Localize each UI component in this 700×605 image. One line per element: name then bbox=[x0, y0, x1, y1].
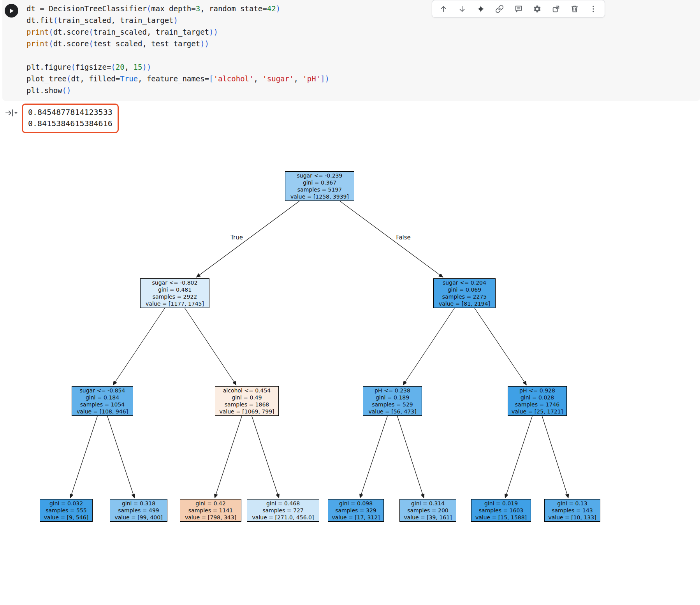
cell-output-text: 0.84548778141235330.8415384615384616 bbox=[22, 104, 119, 133]
code-line[interactable]: plt.show() bbox=[26, 84, 692, 96]
tree-node-line: value = [1258, 3939] bbox=[290, 193, 349, 200]
tree-node-lrr: gini = 0.468samples = 727value = [271.0,… bbox=[247, 499, 319, 522]
code-line[interactable] bbox=[26, 49, 692, 61]
run-cell-button[interactable] bbox=[5, 4, 18, 18]
tree-edge bbox=[505, 416, 533, 498]
code-line[interactable]: plt.figure(figsize=(20, 15)) bbox=[26, 61, 692, 73]
tree-edge bbox=[403, 308, 454, 385]
tree-node-line: samples = 2275 bbox=[442, 293, 487, 300]
tree-node-line: value = [81, 2194] bbox=[439, 300, 490, 307]
tree-node-line: samples = 1603 bbox=[479, 507, 523, 514]
tree-node-rl: pH <= 0.238gini = 0.189samples = 529valu… bbox=[363, 386, 422, 416]
cell-toolbar bbox=[432, 0, 605, 18]
tree-node-line: value = [271.0, 456.0] bbox=[252, 514, 314, 521]
tree-edge bbox=[70, 416, 98, 498]
tree-node-line: gini = 0.032 bbox=[49, 500, 83, 507]
tree-node-line: value = [17, 312] bbox=[332, 514, 380, 521]
more-options-icon[interactable] bbox=[587, 3, 599, 15]
editor-settings-icon[interactable] bbox=[531, 3, 543, 15]
tree-edge bbox=[215, 416, 242, 498]
code-line[interactable]: print(dt.score(test_scaled, test_target)… bbox=[26, 38, 692, 49]
tree-node-line: samples = 143 bbox=[552, 507, 593, 514]
tree-node-line: gini = 0.028 bbox=[521, 394, 554, 401]
delete-cell-icon[interactable] bbox=[569, 3, 580, 15]
tree-node-line: samples = 5197 bbox=[297, 186, 342, 193]
tree-node-line: gini = 0.019 bbox=[484, 500, 518, 507]
tree-node-line: pH <= 0.928 bbox=[519, 387, 555, 394]
output-line: 0.8454877814123533 bbox=[28, 107, 113, 118]
tree-node-line: gini = 0.481 bbox=[158, 286, 192, 293]
tree-edge bbox=[107, 416, 135, 498]
tree-edge bbox=[185, 308, 236, 385]
notebook-page: dt = DecisionTreeClassifier(max_depth=3,… bbox=[0, 0, 700, 605]
tree-edge bbox=[252, 416, 279, 498]
tree-edge bbox=[339, 201, 443, 277]
tree-node-line: sugar <= 0.204 bbox=[443, 279, 486, 286]
tree-node-line: gini = 0.13 bbox=[557, 500, 587, 507]
mirror-cell-tab-icon[interactable] bbox=[550, 3, 562, 15]
tree-node-line: samples = 200 bbox=[407, 507, 448, 514]
tree-node-line: samples = 329 bbox=[335, 507, 376, 514]
tree-node-line: gini = 0.468 bbox=[266, 500, 300, 507]
tree-node-line: samples = 727 bbox=[262, 507, 304, 514]
tree-node-llr: gini = 0.318samples = 499value = [99, 40… bbox=[110, 499, 167, 522]
tree-node-ll: sugar <= -0.854gini = 0.184samples = 105… bbox=[72, 386, 133, 416]
tree-node-line: gini = 0.318 bbox=[122, 500, 155, 507]
tree-node-line: sugar <= -0.239 bbox=[297, 172, 343, 179]
copy-link-icon[interactable] bbox=[494, 3, 505, 15]
tree-node-r: sugar <= 0.204gini = 0.069samples = 2275… bbox=[433, 278, 496, 308]
tree-node-line: alcohol <= 0.454 bbox=[223, 387, 271, 394]
tree-node-line: sugar <= -0.802 bbox=[152, 279, 198, 286]
tree-node-rrl: gini = 0.019samples = 1603value = [15, 1… bbox=[471, 499, 531, 522]
code-line[interactable]: plot_tree(dt, filled=True, feature_names… bbox=[26, 73, 692, 84]
cell-output-icon[interactable] bbox=[5, 107, 19, 118]
tree-node-line: gini = 0.49 bbox=[232, 394, 262, 401]
tree-node-line: value = [99, 400] bbox=[114, 514, 162, 521]
code-line[interactable]: print(dt.score(train_scaled, train_targe… bbox=[26, 26, 692, 38]
tree-node-line: samples = 1868 bbox=[225, 401, 269, 408]
output-line: 0.8415384615384616 bbox=[28, 118, 113, 129]
tree-node-lll: gini = 0.032samples = 555value = [9, 546… bbox=[40, 499, 93, 522]
tree-node-root: sugar <= -0.239gini = 0.367samples = 519… bbox=[285, 171, 354, 201]
tree-node-line: samples = 1141 bbox=[188, 507, 233, 514]
tree-node-line: gini = 0.314 bbox=[411, 500, 445, 507]
tree-node-line: samples = 1054 bbox=[80, 401, 125, 408]
edge-label-false: False bbox=[395, 234, 412, 241]
play-icon bbox=[9, 8, 15, 14]
gemini-sparkle-icon[interactable] bbox=[475, 3, 487, 15]
tree-node-line: sugar <= -0.854 bbox=[80, 387, 125, 394]
tree-node-line: value = [15, 1588] bbox=[475, 514, 527, 521]
tree-node-line: value = [10, 133] bbox=[548, 514, 596, 521]
tree-node-line: gini = 0.069 bbox=[448, 286, 481, 293]
tree-edge bbox=[397, 416, 424, 498]
move-cell-up-icon[interactable] bbox=[438, 3, 449, 15]
tree-node-rr: pH <= 0.928gini = 0.028samples = 1746val… bbox=[508, 386, 567, 416]
tree-node-line: value = [25, 1721] bbox=[512, 408, 563, 415]
tree-edge bbox=[542, 416, 568, 498]
tree-node-lrl: gini = 0.42samples = 1141value = [798, 3… bbox=[180, 499, 241, 522]
tree-node-line: value = [39, 161] bbox=[404, 514, 452, 521]
tree-edge bbox=[475, 308, 527, 385]
move-cell-down-icon[interactable] bbox=[456, 3, 468, 15]
tree-edge bbox=[196, 201, 299, 277]
tree-node-line: value = [1177, 1745] bbox=[146, 300, 204, 307]
edge-label-true: True bbox=[229, 234, 244, 241]
tree-node-line: gini = 0.184 bbox=[86, 394, 119, 401]
tree-node-line: gini = 0.098 bbox=[339, 500, 373, 507]
tree-node-line: value = [108, 946] bbox=[77, 408, 128, 415]
tree-node-line: samples = 499 bbox=[118, 507, 159, 514]
tree-edge bbox=[113, 308, 165, 385]
tree-node-lr: alcohol <= 0.454gini = 0.49samples = 186… bbox=[215, 386, 279, 416]
tree-node-l: sugar <= -0.802gini = 0.481samples = 292… bbox=[140, 278, 209, 308]
tree-node-rll: gini = 0.098samples = 329value = [17, 31… bbox=[328, 499, 384, 522]
tree-node-line: gini = 0.367 bbox=[303, 179, 336, 186]
tree-node-rlr: gini = 0.314samples = 200value = [39, 16… bbox=[399, 499, 456, 522]
tree-node-line: gini = 0.189 bbox=[376, 394, 409, 401]
tree-node-line: gini = 0.42 bbox=[195, 500, 225, 507]
comment-icon[interactable] bbox=[513, 3, 524, 15]
code-cell: dt = DecisionTreeClassifier(max_depth=3,… bbox=[2, 0, 700, 101]
tree-node-line: value = [56, 473] bbox=[368, 408, 416, 415]
tree-node-line: value = [798, 343] bbox=[185, 514, 236, 521]
tree-node-rrr: gini = 0.13samples = 143value = [10, 133… bbox=[544, 499, 600, 522]
tree-node-line: samples = 555 bbox=[46, 507, 87, 514]
